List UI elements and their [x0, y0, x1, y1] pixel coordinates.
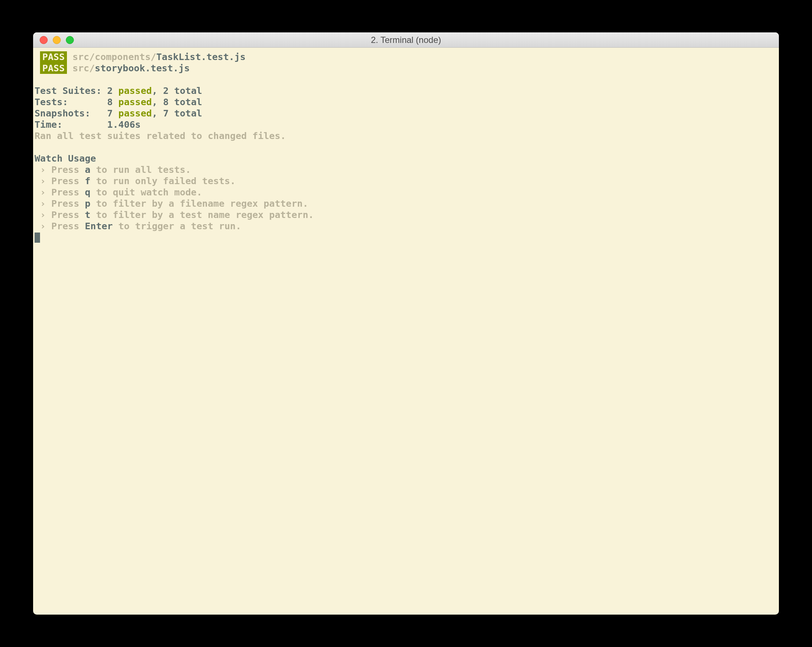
traffic-lights — [33, 36, 74, 44]
watch-item: › Press t to filter by a test name regex… — [35, 209, 777, 220]
summary-tests: Tests: 8 passed, 8 total — [35, 96, 777, 108]
cursor-line — [35, 232, 777, 243]
pass-line: PASS src/storybook.test.js — [35, 63, 777, 74]
close-icon[interactable] — [40, 36, 48, 44]
pass-badge: PASS — [40, 51, 67, 63]
file-dir: src/ — [72, 63, 95, 73]
summary-time: Time: 1.406s — [35, 119, 777, 130]
watch-item: › Press f to run only failed tests. — [35, 175, 777, 187]
file-dir: src/components/ — [72, 51, 156, 62]
summary-suites: Test Suites: 2 passed, 2 total — [35, 85, 777, 96]
watch-item: › Press p to filter by a filename regex … — [35, 198, 777, 209]
pass-line: PASS src/components/TaskList.test.js — [35, 51, 777, 63]
ran-line: Ran all test suites related to changed f… — [35, 130, 777, 142]
terminal-body[interactable]: PASS src/components/TaskList.test.js PAS… — [33, 48, 779, 615]
file-name: storybook.test.js — [95, 63, 190, 73]
pass-badge: PASS — [40, 63, 67, 74]
titlebar: 2. Terminal (node) — [33, 32, 779, 48]
file-name: TaskList.test.js — [156, 51, 246, 62]
watch-usage-header: Watch Usage — [35, 153, 777, 164]
watch-item: › Press a to run all tests. — [35, 164, 777, 175]
maximize-icon[interactable] — [66, 36, 74, 44]
summary-snapshots: Snapshots: 7 passed, 7 total — [35, 108, 777, 119]
terminal-window: 2. Terminal (node) PASS src/components/T… — [33, 32, 779, 615]
watch-item: › Press Enter to trigger a test run. — [35, 220, 777, 232]
window-title: 2. Terminal (node) — [371, 35, 441, 45]
minimize-icon[interactable] — [53, 36, 61, 44]
watch-item: › Press q to quit watch mode. — [35, 187, 777, 198]
cursor-icon — [35, 232, 40, 243]
